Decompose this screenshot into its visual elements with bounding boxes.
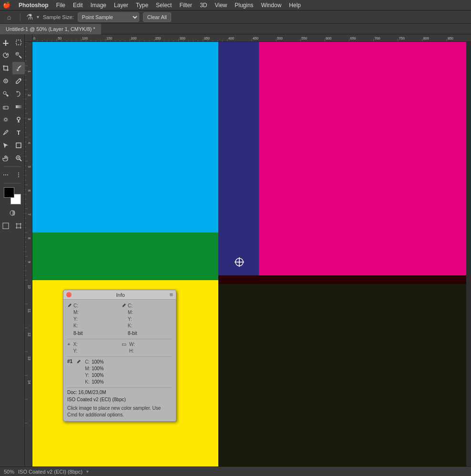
svg-text:600: 600 xyxy=(326,37,331,41)
eyedropper-tool[interactable] xyxy=(12,62,25,74)
svg-rect-7 xyxy=(17,69,19,71)
stamp-tool[interactable] xyxy=(0,88,12,100)
color-swatches[interactable] xyxy=(4,187,21,204)
document-tab[interactable]: Untitled-1 @ 50% (Layer 1, CMYK/8) * xyxy=(0,24,102,34)
bit-label-1: 8-bit xyxy=(73,330,82,337)
sampler-c-val: 100% xyxy=(92,359,104,365)
w-label: W: xyxy=(129,341,135,348)
panel-close-button[interactable] xyxy=(66,292,72,297)
svg-point-31 xyxy=(18,174,19,175)
svg-rect-189 xyxy=(122,307,123,308)
svg-text:10: 10 xyxy=(28,285,31,289)
screen-mode-tool[interactable] xyxy=(0,220,12,232)
svg-rect-14 xyxy=(3,106,8,109)
svg-text:350: 350 xyxy=(204,37,210,41)
path-select-tool[interactable] xyxy=(0,139,12,152)
text-tool[interactable]: T xyxy=(12,126,25,139)
info-wh-col: ▭ W: H: xyxy=(122,341,172,354)
menu-file[interactable]: File xyxy=(53,1,69,10)
eraser-tool[interactable] xyxy=(0,101,12,113)
svg-point-29 xyxy=(7,174,8,175)
svg-text:450: 450 xyxy=(253,37,258,41)
history-tool[interactable] xyxy=(12,88,25,100)
sampler-vals: C:100% M:100% Y:100% K:100% xyxy=(85,359,172,385)
menu-layer[interactable]: Layer xyxy=(111,1,132,10)
menu-type[interactable]: Type xyxy=(133,1,152,10)
lasso-tool[interactable] xyxy=(0,49,12,61)
menu-help[interactable]: Help xyxy=(286,1,304,10)
green-color-block xyxy=(32,233,218,280)
svg-text:9: 9 xyxy=(28,261,31,263)
svg-text:6: 6 xyxy=(28,190,31,192)
info-panel: Info ≡ xyxy=(63,290,176,422)
blur-tool[interactable] xyxy=(0,113,12,126)
home-button[interactable]: ⌂ xyxy=(4,12,14,22)
info-separator-2 xyxy=(67,356,172,357)
quick-mask-tool[interactable] xyxy=(6,207,19,219)
clear-all-button[interactable]: Clear All xyxy=(143,12,171,22)
menu-bar: 🍎 Photoshop File Edit Image Layer Type S… xyxy=(0,0,471,10)
info-vals-2: C: M: Y: K: 8-bit xyxy=(128,303,172,337)
canvas-content[interactable]: Info ≡ xyxy=(32,42,466,466)
artboard-tool[interactable] xyxy=(12,220,25,232)
apple-menu[interactable]: 🍎 xyxy=(3,1,10,9)
extra-tool-2[interactable] xyxy=(12,169,25,181)
shapes-tool[interactable] xyxy=(12,139,25,152)
heal-tool[interactable] xyxy=(0,75,12,87)
dodge-tool[interactable] xyxy=(12,113,25,126)
sample-size-select[interactable]: Point Sample 3 by 3 Average 5 by 5 Avera… xyxy=(78,12,139,22)
magenta-color-block xyxy=(259,42,466,275)
canvas-area[interactable]: 0 50 100 150 200 250 300 350 400 450 500… xyxy=(25,34,471,466)
heal-brush-pair xyxy=(0,75,25,87)
menu-select[interactable]: Select xyxy=(153,1,175,10)
k-label-2: K: xyxy=(128,323,133,329)
gradient-tool[interactable] xyxy=(12,101,25,113)
toolbar: T xyxy=(0,34,25,466)
zoom-tool[interactable] xyxy=(12,152,25,164)
svg-point-19 xyxy=(17,117,20,120)
crop-tool[interactable] xyxy=(0,62,12,74)
ruler-left: 1 2 3 4 5 6 7 8 9 10 11 12 13 14 xyxy=(25,42,32,466)
extra-tool-1[interactable] xyxy=(0,169,12,181)
menu-edit[interactable]: Edit xyxy=(70,1,86,10)
color-separator xyxy=(4,183,21,183)
menu-photoshop[interactable]: Photoshop xyxy=(15,1,52,10)
menu-view[interactable]: View xyxy=(211,1,230,10)
svg-text:11: 11 xyxy=(28,309,31,313)
svg-text:700: 700 xyxy=(375,37,380,41)
svg-rect-188 xyxy=(68,307,69,308)
plus-icon: + xyxy=(67,341,70,347)
foreground-color-swatch[interactable] xyxy=(4,187,14,198)
eyedropper-arrow-icon: ▾ xyxy=(37,14,39,20)
svg-text:14: 14 xyxy=(28,380,31,384)
y-label-1: Y: xyxy=(73,316,79,323)
hand-tool[interactable] xyxy=(0,152,12,164)
menu-image[interactable]: Image xyxy=(87,1,110,10)
svg-text:5: 5 xyxy=(28,166,31,168)
svg-text:300: 300 xyxy=(180,37,185,41)
info-separator-3 xyxy=(67,387,172,388)
svg-text:650: 650 xyxy=(350,37,356,41)
svg-marker-0 xyxy=(3,40,9,46)
stamp-history-pair xyxy=(0,88,25,100)
status-arrow[interactable]: ▾ xyxy=(86,469,89,474)
info-col-2: C: M: Y: K: 8-bit xyxy=(122,303,172,337)
panel-menu-button[interactable]: ≡ xyxy=(169,291,173,298)
pen-tool[interactable] xyxy=(0,126,12,139)
mode-tools xyxy=(6,207,19,219)
brush-tool[interactable] xyxy=(12,75,25,87)
magic-wand-tool[interactable] xyxy=(12,49,25,61)
menu-window[interactable]: Window xyxy=(258,1,285,10)
svg-point-28 xyxy=(5,174,6,175)
k-label-1: K: xyxy=(73,323,79,329)
x-label: X: xyxy=(73,341,79,348)
menu-plugins[interactable]: Plugins xyxy=(231,1,256,10)
marquee-tool[interactable] xyxy=(12,36,25,49)
crosshair-cursor xyxy=(234,256,245,268)
menu-3d[interactable]: 3D xyxy=(196,1,210,10)
canvas-wrapper[interactable]: Info ≡ xyxy=(32,42,471,466)
menu-filter[interactable]: Filter xyxy=(176,1,195,10)
info-xy-row: + X: Y: ▭ W: H: xyxy=(67,341,172,354)
move-marquee-pair xyxy=(0,36,25,49)
move-tool[interactable] xyxy=(0,36,12,49)
